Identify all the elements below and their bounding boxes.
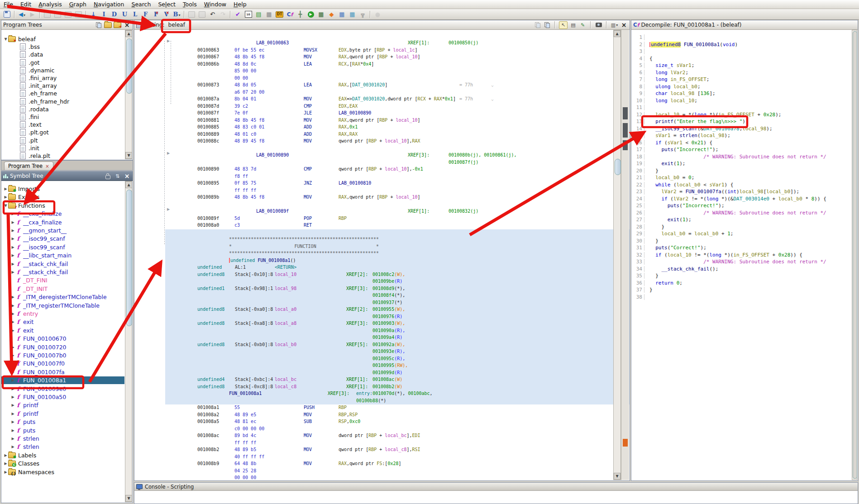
listing-row[interactable]: 001008a248 89 e5MOVRBP,RSP — [134, 412, 612, 419]
tab-close-icon[interactable]: × — [45, 164, 49, 169]
decompile-line-2[interactable]: 2undefined8 FUN_001008a1(void) — [632, 42, 851, 49]
listing-row[interactable]: 0010086748 8b 45 f8MOVRAX,qword ptr [RBP… — [134, 54, 612, 61]
menu-analysis[interactable]: Analysis — [35, 0, 66, 8]
listing-row[interactable]: 00 00 — [134, 75, 612, 82]
listing-row[interactable]: 0010088148 8b 45 f8MOVRAX,qword ptr [RBP… — [134, 117, 612, 124]
tree-item-__stack_chk_fail[interactable]: ▶f__stack_chk_fail — [1, 268, 124, 276]
decompile-line-30[interactable]: 30 } — [632, 238, 851, 245]
listing-row[interactable]: undefinedAL:1<RETURN> — [134, 264, 612, 271]
decompile-line-6[interactable]: 6 long lVar2; — [632, 70, 851, 77]
decompile-line-18[interactable]: 18 /* WARNING: Subroutine does not retur… — [632, 154, 851, 161]
paste-icon[interactable] — [543, 22, 551, 29]
listing-row[interactable]: 0010089b48 8b 45 f8MOVRAX,qword ptr [RBP… — [134, 194, 612, 201]
listing-row[interactable]: 0010087f7e 0fJLELAB_00100890 — [134, 110, 612, 117]
copy-icon[interactable] — [534, 22, 541, 29]
overview-mark[interactable] — [623, 123, 628, 138]
decompile-code[interactable]: 12undefined8 FUN_001008a1(void)34{5 size… — [632, 34, 851, 301]
tree-item-.fini_array[interactable]: .fini_array — [1, 74, 124, 82]
listing-row[interactable] — [134, 201, 612, 209]
listing-row[interactable]: 0010088548 83 c0 01ADDRAX,0x1 — [134, 124, 612, 131]
decompile-line-38[interactable]: 38 — [632, 294, 851, 301]
decompile-line-25[interactable]: 25 puts("Incorrect!"); — [632, 203, 851, 210]
tree-item-_DT_INIT[interactable]: f_DT_INIT — [1, 285, 124, 293]
listing-row[interactable]: undefined8Stack[-0xb0]:8local_b0XREF[5]:… — [134, 342, 612, 349]
tree-item-.plt.got[interactable]: .plt.got — [1, 128, 124, 136]
tree-item-FUN_00100a50[interactable]: ▶fFUN_00100a50 — [1, 393, 124, 401]
tree-item-.eh_frame_hdr[interactable]: .eh_frame_hdr — [1, 98, 124, 105]
decompile-line-12[interactable]: 12 local_10 = *(long *)(in_FS_OFFSET + 0… — [632, 112, 851, 119]
org-chart-icon[interactable]: ╦ — [358, 10, 367, 19]
listing-row[interactable]: 0010093e(R), — [134, 348, 612, 356]
memory-icon[interactable] — [53, 10, 62, 19]
listing-row[interactable]: ****************************************… — [134, 250, 612, 257]
listing-row[interactable]: 0010089048 83 7dCMPqword ptr [RBP + loca… — [134, 166, 612, 173]
stamp-icon[interactable] — [197, 10, 207, 19]
tree-item-Functions[interactable]: ▼fFunctions — [1, 202, 124, 209]
field-display-icon[interactable]: ▤ — [569, 22, 577, 29]
decompile-line-26[interactable]: 26 /* WARNING: Subroutine does not retur… — [632, 210, 851, 217]
bookmark-icon[interactable]: B — [172, 10, 181, 19]
listing-row[interactable]: 0010088948 01 c0ADDRAX,RAX — [134, 131, 612, 138]
memory-icon[interactable] — [74, 10, 83, 19]
tree-item-__cxa_finalize[interactable]: ▶f__cxa_finalize — [1, 210, 124, 218]
listing-row[interactable]: 001008b248 89 b5MOVqword ptr [RBP + loca… — [134, 447, 612, 454]
listing-body[interactable]: ▶ ▶ ▶ LAB_00100863XREF[1]:00100850(j)001… — [134, 30, 630, 480]
overview-mark[interactable] — [623, 107, 628, 119]
listing-row[interactable]: 00100b88(*) — [134, 398, 612, 405]
decompile-line-14[interactable]: 14 __isoc99_scanf(&DAT_00100a78,local_98… — [632, 126, 851, 133]
menu-tools[interactable]: Tools — [179, 0, 200, 8]
listing-row[interactable]: LAB_0010089fXREF[1]:00100832(j) — [134, 208, 612, 215]
tree-item-FUN_001009e0[interactable]: ▶fFUN_001009e0 — [1, 385, 124, 393]
decompile-line-24[interactable]: 24 if (lVar2 != *(long *)(&DAT_003014e0 … — [632, 196, 851, 203]
tree-icon[interactable]: ╋ — [296, 10, 305, 19]
listing-row[interactable]: undefined1Stack[-0x98]:1local_98XREF[3]:… — [134, 285, 612, 293]
tree-item-Labels[interactable]: ▶●Labels — [1, 452, 124, 459]
tree-item-.got[interactable]: .got — [1, 59, 124, 67]
decompile-line-3[interactable]: 3 — [632, 48, 851, 56]
close-icon[interactable]: × — [123, 22, 131, 29]
tree-item-__isoc99_scanf[interactable]: ▶f__isoc99_scanf — [1, 243, 124, 251]
pulldown-icon[interactable]: ↓ — [89, 10, 98, 19]
decompile-line-34[interactable]: 34 __stack_chk_fail(); — [632, 266, 851, 273]
listing-row[interactable]: LAB_00100890XREF[3]:0010080b(j), 0010086… — [134, 152, 612, 159]
tree-item-FUN_00100720[interactable]: ▶fFUN_00100720 — [1, 343, 124, 351]
listing-row[interactable]: undefined8Stack[-0x10]:8local_10XREF[2]:… — [134, 271, 612, 279]
menu-navigation[interactable]: Navigation — [90, 0, 128, 8]
listing-row[interactable]: 001008b964 48 8bMOVRAX,qword ptr FS:[0x2… — [134, 461, 612, 468]
export-tree-icon[interactable]: ➜ — [114, 22, 121, 29]
listing-row[interactable]: * FUNCTION * — [134, 243, 612, 251]
tree-item-.dynamic[interactable]: .dynamic — [1, 67, 124, 74]
listing-row[interactable]: undefined8Stack[-0xc8]:8local_c8XREF[1]:… — [134, 384, 612, 391]
new-tree-icon[interactable] — [95, 22, 102, 29]
tree-item-Exports[interactable]: ▶Exports — [1, 193, 124, 201]
tree-item-__isoc99_scanf[interactable]: ▶f__isoc99_scanf — [1, 235, 124, 242]
stamp-icon[interactable] — [187, 10, 196, 19]
decompile-line-8[interactable]: 8 ulong local_b0; — [632, 84, 851, 91]
decompile-line-28[interactable]: 28 } — [632, 224, 851, 231]
tree-item-_DT_FINI[interactable]: f_DT_FINI — [1, 276, 124, 284]
tree-item-puts[interactable]: ▶fputs — [1, 427, 124, 434]
cursor-tool-icon[interactable]: ↖ — [559, 21, 568, 29]
listing-row[interactable]: 00100937(*) — [134, 300, 612, 307]
listing-row[interactable]: ff ff ff — [134, 187, 612, 195]
data-types-icon[interactable]: ▦ — [264, 10, 274, 19]
tree-item-.text[interactable]: .text — [1, 121, 124, 128]
listing-row[interactable]: 40 ff ff ff — [134, 454, 612, 461]
listing-row[interactable]: 001008630f be 55 ecMOVSXEDX,byte ptr [RB… — [134, 47, 612, 54]
tree-item-FUN_001007f0[interactable]: ▶fFUN_001007f0 — [1, 360, 124, 367]
tree-item-.init_array[interactable]: .init_array — [1, 82, 124, 90]
tree-item-Classes[interactable]: ▶CClasses — [1, 460, 124, 467]
decompile-line-9[interactable]: 9 char local_98 [136]; — [632, 90, 851, 98]
byte-viewer-icon[interactable]: 10 — [243, 10, 253, 19]
filter-icon[interactable]: ⇅ — [114, 173, 121, 180]
tree-item-.eh_frame[interactable]: .eh_frame — [1, 90, 124, 97]
tree-item-.fini[interactable]: .fini — [1, 113, 124, 121]
tree-item-_ITM_registerTMCloneTable[interactable]: ▶f_ITM_registerTMCloneTable — [1, 302, 124, 309]
decompile-line-4[interactable]: 4{ — [632, 56, 851, 63]
script-manager-icon[interactable]: ▤ — [254, 10, 263, 19]
decompile-line-27[interactable]: 27 exit(1); — [632, 217, 851, 224]
validate-icon[interactable]: ✔ — [233, 10, 243, 19]
tree-item-puts[interactable]: ▶fputs — [1, 418, 124, 426]
listing-row[interactable]: c0 00 00 00 — [134, 426, 612, 433]
tree-item-strlen[interactable]: ▶fstrlen — [1, 443, 124, 451]
